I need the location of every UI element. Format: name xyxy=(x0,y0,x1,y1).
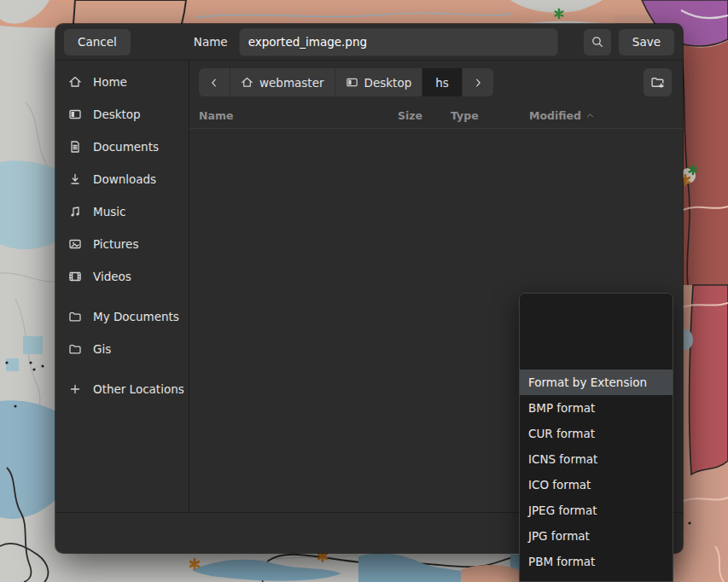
sidebar-item-home[interactable]: Home xyxy=(55,66,189,98)
folder-icon xyxy=(68,310,82,323)
sidebar-item-label: Documents xyxy=(93,140,159,154)
sidebar-item-music[interactable]: Music xyxy=(55,195,189,228)
desktop-icon xyxy=(68,108,82,121)
plus-icon xyxy=(68,382,82,396)
home-icon xyxy=(241,76,253,89)
map-red-region xyxy=(689,285,728,474)
sidebar-item-label: Pictures xyxy=(93,237,138,251)
document-icon xyxy=(68,140,82,154)
menu-item-icns[interactable]: ICNS format xyxy=(520,446,673,472)
new-folder-icon xyxy=(650,75,665,90)
search-icon xyxy=(591,35,604,49)
sidebar-item-label: Downloads xyxy=(93,172,156,186)
column-headers: Name Size Type Modified xyxy=(189,103,683,129)
sidebar-item-label: Videos xyxy=(93,270,131,283)
column-modified-label: Modified xyxy=(529,109,581,122)
chevron-left-icon xyxy=(208,77,220,89)
picture-icon xyxy=(68,237,82,251)
menu-item-format-by-extension[interactable]: Format by Extension xyxy=(520,370,673,395)
breadcrumb-label: Desktop xyxy=(364,76,412,90)
sidebar-separator xyxy=(55,293,189,300)
search-button[interactable] xyxy=(584,29,611,55)
video-icon xyxy=(68,270,82,283)
download-icon xyxy=(68,172,82,186)
sort-ascending-icon xyxy=(585,111,595,120)
filename-input[interactable] xyxy=(239,28,558,56)
screen: { "window": { "header": { "cancel_label"… xyxy=(0,0,728,582)
sidebar-item-pictures[interactable]: Pictures xyxy=(55,228,189,260)
music-icon xyxy=(68,205,82,218)
menu-item-cur[interactable]: CUR format xyxy=(520,421,673,446)
sidebar-item-downloads[interactable]: Downloads xyxy=(55,163,189,195)
breadcrumb: webmaster Desktop hs xyxy=(199,68,493,96)
breadcrumb-segment-webmaster[interactable]: webmaster xyxy=(230,68,335,96)
chevron-right-icon xyxy=(472,77,484,89)
sidebar-item-label: Other Locations xyxy=(93,382,184,396)
column-modified[interactable]: Modified xyxy=(529,109,638,122)
format-dropdown-menu: Format by Extension BMP format CUR forma… xyxy=(519,293,673,582)
column-name[interactable]: Name xyxy=(189,109,398,122)
sidebar-item-my-documents[interactable]: My Documents xyxy=(55,300,189,333)
places-sidebar: Home Desktop Documents Downloads Music P… xyxy=(55,61,189,512)
menu-item-pbm[interactable]: PBM format xyxy=(520,549,673,574)
sidebar-item-other-locations[interactable]: Other Locations xyxy=(55,373,189,405)
home-icon xyxy=(68,75,82,89)
forward-button[interactable] xyxy=(463,68,493,96)
format-menu-spacer xyxy=(520,294,673,370)
new-folder-button[interactable] xyxy=(644,68,672,96)
sidebar-item-label: My Documents xyxy=(93,310,179,323)
breadcrumb-segment-desktop[interactable]: Desktop xyxy=(335,68,423,96)
pathbar-row: webmaster Desktop hs xyxy=(189,61,683,103)
sidebar-item-desktop[interactable]: Desktop xyxy=(55,98,189,131)
back-button[interactable] xyxy=(199,68,230,96)
menu-item-ico[interactable]: ICO format xyxy=(520,472,673,498)
dialog-headerbar: Cancel Name Save xyxy=(55,24,683,61)
column-type[interactable]: Type xyxy=(451,109,529,122)
menu-item-jpg[interactable]: JPG format xyxy=(520,523,673,549)
sidebar-item-label: Music xyxy=(93,205,125,218)
sidebar-separator xyxy=(55,365,189,373)
folder-icon xyxy=(68,342,82,356)
sidebar-item-videos[interactable]: Videos xyxy=(55,260,189,293)
menu-item-jpeg[interactable]: JPEG format xyxy=(520,498,673,523)
sidebar-item-label: Home xyxy=(93,75,127,89)
sidebar-item-documents[interactable]: Documents xyxy=(55,131,189,163)
sidebar-item-label: Gis xyxy=(93,342,111,356)
menu-item-pgm[interactable]: PGM format xyxy=(520,574,673,582)
sidebar-item-gis[interactable]: Gis xyxy=(55,333,189,365)
menu-item-bmp[interactable]: BMP format xyxy=(520,395,673,421)
desktop-icon xyxy=(346,76,358,89)
column-size[interactable]: Size xyxy=(398,109,451,122)
sidebar-item-label: Desktop xyxy=(93,108,141,121)
breadcrumb-label: webmaster xyxy=(259,76,324,90)
breadcrumb-label: hs xyxy=(435,76,449,90)
save-button[interactable]: Save xyxy=(619,29,674,55)
breadcrumb-segment-hs[interactable]: hs xyxy=(422,68,463,96)
cancel-button[interactable]: Cancel xyxy=(64,29,131,55)
name-label: Name xyxy=(194,35,228,49)
